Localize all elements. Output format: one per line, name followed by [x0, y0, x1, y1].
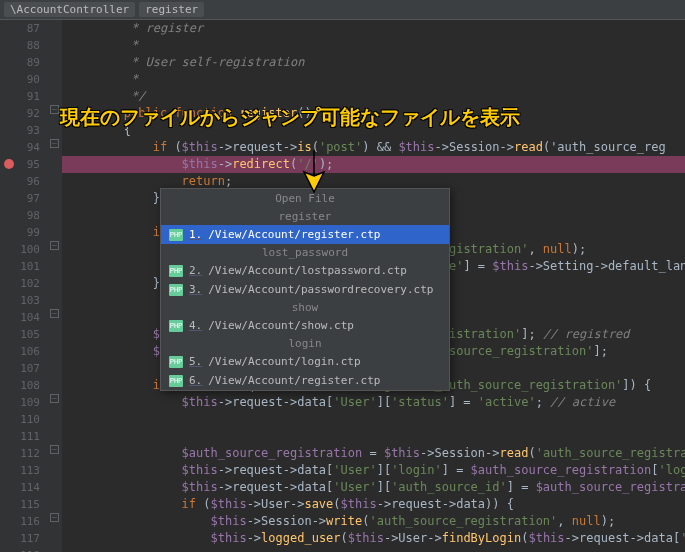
code-line[interactable]: $this->redirect('/'); [62, 156, 685, 173]
popup-item-num: 2. [189, 264, 202, 277]
popup-item-num: 6. [189, 374, 202, 387]
file-icon: PHP [169, 375, 183, 387]
line-number[interactable]: 93 [0, 122, 40, 139]
code-line[interactable] [62, 428, 685, 445]
line-number[interactable]: 105 [0, 326, 40, 343]
line-number[interactable]: 98 [0, 207, 40, 224]
line-number[interactable]: 91 [0, 88, 40, 105]
popup-title: Open File [161, 189, 449, 208]
breadcrumb: \AccountController register [0, 0, 685, 20]
breadcrumb-method[interactable]: register [139, 2, 204, 17]
line-number[interactable]: 94 [0, 139, 40, 156]
popup-item-path: /View/Account/passwordrecovery.ctp [208, 283, 433, 296]
code-line[interactable]: * register [62, 20, 685, 37]
popup-item-num: 5. [189, 355, 202, 368]
line-number[interactable]: 118 [0, 547, 40, 552]
fold-icon[interactable]: – [50, 105, 59, 114]
line-number[interactable]: 101 [0, 258, 40, 275]
breadcrumb-controller[interactable]: \AccountController [4, 2, 135, 17]
code-line[interactable]: if ($this->request->is('post') && $this-… [62, 139, 685, 156]
popup-item[interactable]: PHP5. /View/Account/login.ctp [161, 352, 449, 371]
popup-item[interactable]: PHP3. /View/Account/passwordrecovery.ctp [161, 280, 449, 299]
popup-item-path: /View/Account/show.ctp [208, 319, 354, 332]
popup-item[interactable]: PHP4. /View/Account/show.ctp [161, 316, 449, 335]
line-number[interactable]: 96 [0, 173, 40, 190]
popup-item[interactable]: PHP6. /View/Account/register.ctp [161, 371, 449, 390]
fold-icon[interactable]: – [50, 241, 59, 250]
line-number[interactable]: 99 [0, 224, 40, 241]
line-number[interactable]: 117 [0, 530, 40, 547]
code-line[interactable] [62, 547, 685, 552]
fold-icon[interactable]: – [50, 139, 59, 148]
code-line[interactable]: * [62, 37, 685, 54]
popup-item-path: /View/Account/register.ctp [208, 374, 380, 387]
line-number[interactable]: 112 [0, 445, 40, 462]
file-icon: PHP [169, 284, 183, 296]
popup-item-num: 4. [189, 319, 202, 332]
code-line[interactable] [62, 411, 685, 428]
line-number[interactable]: 97 [0, 190, 40, 207]
code-line[interactable]: $this->Session->write('auth_source_regis… [62, 513, 685, 530]
file-icon: PHP [169, 229, 183, 241]
line-number[interactable]: 114 [0, 479, 40, 496]
file-icon: PHP [169, 320, 183, 332]
popup-section-header: register [161, 208, 449, 225]
fold-icon[interactable]: – [50, 445, 59, 454]
code-line[interactable]: $this->request->data['User']['status'] =… [62, 394, 685, 411]
fold-icon[interactable]: – [50, 309, 59, 318]
popup-item[interactable]: PHP2. /View/Account/lostpassword.ctp [161, 261, 449, 280]
gutter[interactable]: 8788899091929394959697989910010110210310… [0, 20, 48, 552]
popup-item-path: /View/Account/login.ctp [208, 355, 360, 368]
code-line[interactable]: * User self-registration [62, 54, 685, 71]
line-number[interactable]: 109 [0, 394, 40, 411]
code-line[interactable]: { [62, 122, 685, 139]
popup-section-header: show [161, 299, 449, 316]
line-number[interactable]: 87 [0, 20, 40, 37]
fold-area[interactable]: –––––––– [48, 20, 62, 552]
popup-item-path: /View/Account/register.ctp [208, 228, 380, 241]
line-number[interactable]: 88 [0, 37, 40, 54]
code-line[interactable]: $this->logged_user($this->User->findByLo… [62, 530, 685, 547]
line-number[interactable]: 95 [0, 156, 40, 173]
fold-icon[interactable]: – [50, 394, 59, 403]
open-file-popup[interactable]: Open File registerPHP1. /View/Account/re… [160, 188, 450, 391]
line-number[interactable]: 110 [0, 411, 40, 428]
code-line[interactable]: $this->request->data['User']['login'] = … [62, 462, 685, 479]
line-number[interactable]: 89 [0, 54, 40, 71]
line-number[interactable]: 102 [0, 275, 40, 292]
code-line[interactable]: $this->request->data['User']['auth_sourc… [62, 479, 685, 496]
line-number[interactable]: 106 [0, 343, 40, 360]
code-line[interactable]: if ($this->User->save($this->request->da… [62, 496, 685, 513]
fold-icon[interactable]: – [50, 513, 59, 522]
code-line[interactable]: $auth_source_registration = $this->Sessi… [62, 445, 685, 462]
line-number[interactable]: 116 [0, 513, 40, 530]
line-number[interactable]: 92 [0, 105, 40, 122]
file-icon: PHP [169, 356, 183, 368]
line-number[interactable]: 90 [0, 71, 40, 88]
code-line[interactable]: */ [62, 88, 685, 105]
line-number[interactable]: 115 [0, 496, 40, 513]
line-number[interactable]: 113 [0, 462, 40, 479]
line-number[interactable]: 108 [0, 377, 40, 394]
popup-item[interactable]: PHP1. /View/Account/register.ctp [161, 225, 449, 244]
line-number[interactable]: 100 [0, 241, 40, 258]
line-number[interactable]: 111 [0, 428, 40, 445]
line-number[interactable]: 104 [0, 309, 40, 326]
line-number[interactable]: 107 [0, 360, 40, 377]
popup-item-num: 1. [189, 228, 202, 241]
code-line[interactable]: * [62, 71, 685, 88]
code-line[interactable]: public function register() [62, 105, 685, 122]
file-icon: PHP [169, 265, 183, 277]
popup-section-header: lost_password [161, 244, 449, 261]
breakpoint-icon[interactable] [4, 159, 14, 169]
popup-section-header: login [161, 335, 449, 352]
popup-item-path: /View/Account/lostpassword.ctp [208, 264, 407, 277]
popup-item-num: 3. [189, 283, 202, 296]
line-number[interactable]: 103 [0, 292, 40, 309]
